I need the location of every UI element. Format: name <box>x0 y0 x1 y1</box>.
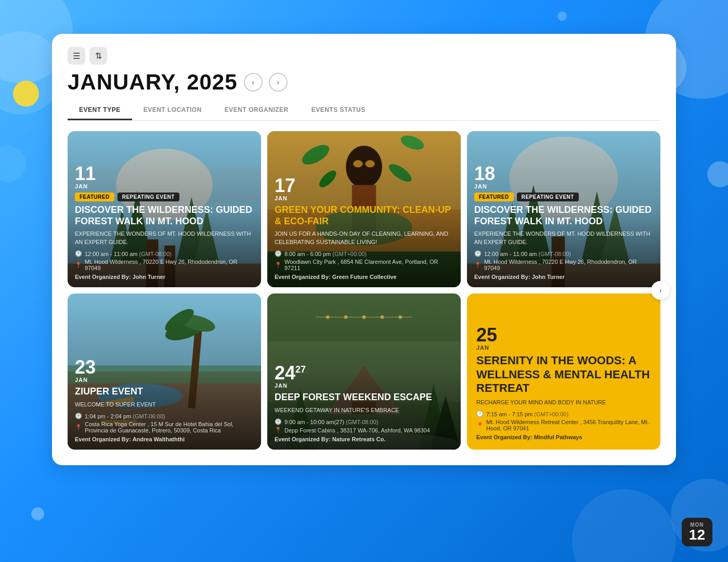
pin-icon-5: 📍 <box>275 427 282 433</box>
event-title-5: DEEP FOREST WEEKEND ESCAPE <box>275 392 453 403</box>
bg-decoration-8 <box>13 81 39 107</box>
event-organizer-6: Event Organized By: Mindful Pathways <box>476 434 651 440</box>
next-icon: › <box>277 78 279 86</box>
event-location-2: 📍 Woodlawn City Park , 6854 NE Claremont… <box>275 259 453 271</box>
event-time-text-3: 12:00 am - 11:00 am (GMT-08:00) <box>484 251 571 257</box>
toolbar: ☰ ⇅ <box>68 47 660 65</box>
event-card-content-4: 23 JAN ZIUPER EVENT WELCOME TO SUPER EVE… <box>68 351 261 450</box>
bg-decoration-9 <box>31 507 44 520</box>
clock-icon-4: 🕐 <box>75 413 82 419</box>
event-location-text-2: Woodlawn City Park , 6854 NE Claremont A… <box>284 259 453 271</box>
tab-event-organizer[interactable]: EVENT ORGANIZER <box>213 101 300 120</box>
event-organizer-3: Event Organized By: John Turner <box>474 274 653 280</box>
event-time-1: 🕐 12:00 am - 11:00 am (GMT-08:00) <box>75 250 254 257</box>
event-month-5: JAN <box>275 382 453 389</box>
prev-icon: ‹ <box>252 78 254 86</box>
filter-button[interactable]: ☰ <box>68 47 85 65</box>
clock-icon-5: 🕐 <box>275 418 282 425</box>
scroll-right-button[interactable]: › <box>651 281 670 300</box>
month-header: JANUARY, 2025 ‹ › <box>68 70 660 95</box>
event-desc-1: EXPERIENCE THE WONDERS OF MT. HOOD WILDE… <box>75 230 254 246</box>
event-date-1: 11 <box>75 164 254 183</box>
pin-icon-2: 📍 <box>275 262 282 269</box>
event-location-4: 📍 Costa Rica Yoga Center , 15 M Sur de H… <box>75 421 254 433</box>
bg-decoration-13 <box>707 161 728 187</box>
event-time-text-6: 7:15 am - 7:15 pm (GMT+00:00) <box>486 411 568 417</box>
badge-featured-3: FEATURED <box>474 193 514 201</box>
event-location-text-6: Mt. Hood Wilderness Retreat Center , 345… <box>486 419 651 431</box>
pin-icon-1: 📍 <box>75 262 82 269</box>
event-month-3: JAN <box>474 183 653 189</box>
event-organizer-4: Event Organized By: Andrea Walthaththi <box>75 436 254 442</box>
sort-button[interactable]: ⇅ <box>89 47 107 65</box>
pin-icon-6: 📍 <box>476 422 484 429</box>
event-card-5[interactable]: 2427 JAN DEEP FOREST WEEKEND ESCAPE WEEK… <box>267 293 461 450</box>
filter-tabs: EVENT TYPE EVENT LOCATION EVENT ORGANIZE… <box>68 101 660 121</box>
event-location-text-1: Mt. Hood Wilderness , 70220 E Hwy 26, Rh… <box>85 259 254 271</box>
event-location-3: 📍 Mt. Hood Wilderness , 70220 E Hwy 26, … <box>474 259 653 271</box>
event-title-2: GREEN YOUR COMMUNITY: CLEAN-UP & ECO-FAI… <box>275 205 453 227</box>
event-location-text-4: Costa Rica Yoga Center , 15 M Sur de Hot… <box>85 421 254 433</box>
event-month-2: JAN <box>275 195 453 201</box>
events-grid: 11 JAN FEATURED REPEATING EVENT DISCOVER… <box>68 131 660 450</box>
main-container: ☰ ⇅ JANUARY, 2025 ‹ › EVENT TYPE EVENT L… <box>52 34 676 465</box>
badge-repeating-1: REPEATING EVENT <box>118 193 179 201</box>
event-title-3: DISCOVER THE WILDERNESS: GUIDED FOREST W… <box>474 205 653 227</box>
tab-event-type[interactable]: EVENT TYPE <box>68 101 132 120</box>
event-organizer-5: Event Organized By: Nature Retreats Co. <box>275 436 453 442</box>
event-location-6: 📍 Mt. Hood Wilderness Retreat Center , 3… <box>476 419 651 431</box>
event-card-2[interactable]: 17 JAN GREEN YOUR COMMUNITY: CLEAN-UP & … <box>267 131 461 287</box>
scroll-right-icon: › <box>659 286 662 295</box>
event-month-4: JAN <box>75 377 254 383</box>
event-date-3: 18 <box>474 164 653 183</box>
clock-icon-2: 🕐 <box>275 250 282 257</box>
bg-decoration-6 <box>0 146 26 182</box>
event-title-1: DISCOVER THE WILDERNESS: GUIDED FOREST W… <box>75 205 254 227</box>
event-time-text-4: 1:04 pm - 2:04 pm (GMT-06:00) <box>85 413 165 419</box>
tab-events-status[interactable]: EVENTS STATUS <box>300 101 377 120</box>
event-desc-3: EXPERIENCE THE WONDERS OF MT. HOOD WILDE… <box>474 230 653 246</box>
bg-decoration-11 <box>572 489 676 562</box>
event-time-3: 🕐 12:00 am - 11:00 am (GMT-08:00) <box>474 250 653 257</box>
event-card-4[interactable]: 23 JAN ZIUPER EVENT WELCOME TO SUPER EVE… <box>68 293 261 450</box>
event-month-1: JAN <box>75 183 254 189</box>
event-desc-2: JOIN US FOR A HANDS-ON DAY OF CLEANING, … <box>275 230 453 246</box>
event-time-5: 🕐 9:00 am - 10:00 am(27) (GMT-08:00) <box>275 418 453 425</box>
badge-featured-1: FEATURED <box>75 193 114 201</box>
event-location-text-5: Depp Forest Cabins , 38317 WA-706, Ashfo… <box>284 427 430 433</box>
event-location-5: 📍 Depp Forest Cabins , 38317 WA-706, Ash… <box>275 427 453 433</box>
event-month-6: JAN <box>476 344 651 351</box>
event-card-3[interactable]: 18 JAN FEATURED REPEATING EVENT DISCOVER… <box>467 131 660 287</box>
event-card-content-5: 2427 JAN DEEP FOREST WEEKEND ESCAPE WEEK… <box>267 356 461 450</box>
event-badges-1: FEATURED REPEATING EVENT <box>75 193 254 201</box>
bg-decoration-7 <box>3 151 26 174</box>
event-organizer-2: Event Organized By: Green Future Collect… <box>275 274 453 280</box>
event-title-4: ZIUPER EVENT <box>75 386 254 398</box>
clock-icon-1: 🕐 <box>75 250 82 257</box>
event-organizer-1: Event Organized By: John Turner <box>75 274 254 280</box>
filter-icon: ☰ <box>73 51 80 61</box>
event-time-2: 🕐 8:00 am - 6:00 pm (GMT+00:00) <box>275 250 453 257</box>
event-card-content-3: 18 JAN FEATURED REPEATING EVENT DISCOVER… <box>467 157 660 287</box>
event-date-4: 23 <box>75 358 254 377</box>
event-time-4: 🕐 1:04 pm - 2:04 pm (GMT-06:00) <box>75 413 254 419</box>
pin-icon-4: 📍 <box>75 424 82 431</box>
event-time-6: 🕐 7:15 am - 7:15 pm (GMT+00:00) <box>476 411 651 417</box>
tab-event-location[interactable]: EVENT LOCATION <box>132 101 213 120</box>
clock-icon-3: 🕐 <box>474 250 482 257</box>
event-date-2: 17 <box>275 176 453 195</box>
clock-icon-6: 🕐 <box>476 411 484 417</box>
event-time-text-5: 9:00 am - 10:00 am(27) (GMT-08:00) <box>284 419 378 425</box>
next-month-button[interactable]: › <box>269 73 288 92</box>
prev-month-button[interactable]: ‹ <box>244 73 263 92</box>
event-desc-4: WELCOME TO SUPER EVENT <box>75 401 254 408</box>
event-card-6[interactable]: 25 JAN SERENITY IN THE WOODS: A WELLNESS… <box>467 293 660 450</box>
event-card-content-2: 17 JAN GREEN YOUR COMMUNITY: CLEAN-UP & … <box>267 169 461 287</box>
event-date-5: 2427 <box>275 364 453 382</box>
pin-icon-3: 📍 <box>474 262 482 269</box>
current-date-num: 12 <box>689 528 705 542</box>
event-location-text-3: Mt. Hood Wilderness , 70220 E Hwy 26, Rh… <box>484 259 653 271</box>
event-card-1[interactable]: 11 JAN FEATURED REPEATING EVENT DISCOVER… <box>68 131 261 287</box>
event-time-text-1: 12:00 am - 11:00 am (GMT-08:00) <box>85 251 172 257</box>
bg-decoration-5 <box>557 11 567 21</box>
